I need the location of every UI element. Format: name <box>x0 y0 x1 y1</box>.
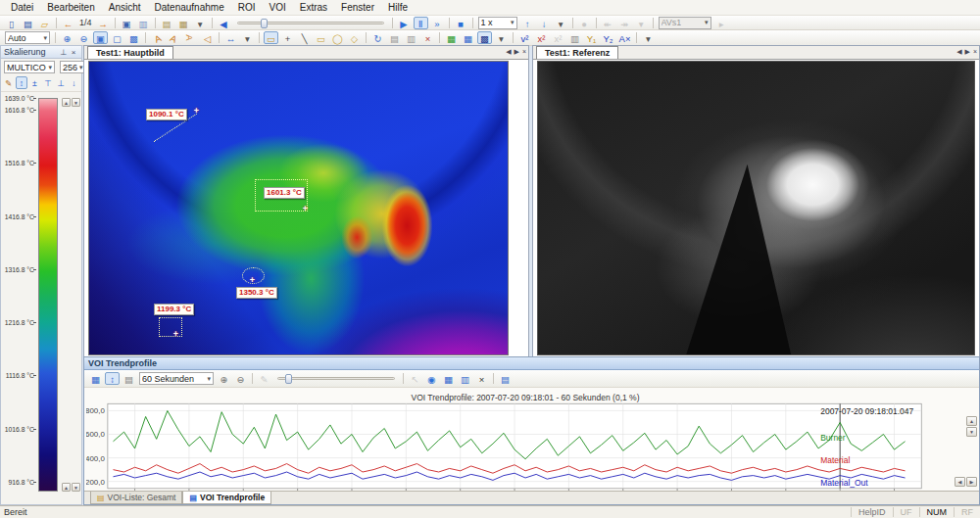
speed-combo[interactable]: 1 x▾ <box>478 17 517 29</box>
scale-max-spinner-up[interactable]: ▲ <box>62 98 71 107</box>
fit-window-icon[interactable]: ▣ <box>93 31 108 44</box>
flip-horizontal-icon[interactable]: A <box>184 30 197 45</box>
trend-pencil-icon[interactable]: ✎ <box>257 372 271 385</box>
roi-delete-icon[interactable]: × <box>420 31 435 44</box>
roi-line-icon[interactable]: ╲ <box>297 31 312 44</box>
playback-more-dropdown[interactable]: ▾ <box>554 17 568 29</box>
timeline-slider[interactable] <box>237 22 384 24</box>
tab-voi-liste[interactable]: ▤ VOI-Liste: Gesamt <box>90 492 182 504</box>
histogram-icon[interactable]: ▥ <box>567 31 582 44</box>
frame-down-icon[interactable]: ↓ <box>537 17 552 29</box>
thermal-image[interactable]: 1090.1 °C + 1601.3 °C + 1350.3 °C + 1199… <box>88 61 509 355</box>
frame-up-icon[interactable]: ↑ <box>520 17 535 29</box>
avs-apply-icon[interactable]: ▸ <box>714 17 729 29</box>
avs-combo[interactable]: AVs1▾ <box>659 17 711 29</box>
tab-referenz[interactable]: Test1: Referenz <box>536 46 618 59</box>
roi-temp-label[interactable]: 1090.1 °C <box>146 109 187 120</box>
view-more-dropdown[interactable]: ▾ <box>240 31 255 44</box>
scale-max-icon[interactable]: ⊤ <box>42 76 53 89</box>
roi-paste-icon[interactable]: ▥ <box>404 31 418 44</box>
trend-interval-combo[interactable]: 60 Sekunden▾ <box>139 372 214 385</box>
voi-edit-icon[interactable]: ▦ <box>461 31 475 44</box>
tab-next-icon[interactable]: ▶ <box>965 48 970 56</box>
menu-item-hilfe[interactable]: Hilfe <box>381 1 415 14</box>
roi-polygon-icon[interactable]: ◇ <box>347 31 362 44</box>
stop-icon[interactable]: ■ <box>454 17 468 29</box>
trend-print-icon[interactable]: ▤ <box>498 372 513 385</box>
roi-copy-icon[interactable]: ▤ <box>387 31 402 44</box>
new-document-icon[interactable]: ▯ <box>4 17 19 29</box>
roi-temp-label[interactable]: 1350.3 °C <box>236 287 277 299</box>
pan-icon[interactable]: ↔ <box>223 31 238 44</box>
fast-forward-icon[interactable]: » <box>430 17 445 29</box>
menu-item-ansicht[interactable]: Ansicht <box>102 1 148 14</box>
roi-temp-label[interactable]: 1601.3 °C <box>264 187 305 199</box>
scale-min-spinner-down[interactable]: ▼ <box>72 483 80 492</box>
menu-item-roi[interactable]: ROI <box>231 1 263 14</box>
menu-item-extras[interactable]: Extras <box>293 1 334 14</box>
roi-temp-label[interactable]: 1199.3 °C <box>154 304 194 315</box>
roi-rect-icon[interactable]: ▭ <box>314 31 328 44</box>
export-more-dropdown[interactable]: ▾ <box>193 17 208 29</box>
record-icon[interactable]: ● <box>577 17 592 29</box>
roi-ellipse-icon[interactable]: ◯ <box>330 31 345 44</box>
trend-zoom-out-icon[interactable]: ⊖ <box>233 372 248 385</box>
copy-icon[interactable]: ▥ <box>136 17 151 29</box>
trend-legend-Burner[interactable]: Burner <box>820 433 846 443</box>
chart-scroll-left[interactable]: ◀ <box>955 477 965 487</box>
scale-min-spinner-up[interactable]: ▲ <box>62 483 71 492</box>
roi-rotate-icon[interactable]: ↻ <box>370 31 385 44</box>
menu-item-voi[interactable]: VOI <box>262 1 292 14</box>
tab-hauptbild[interactable]: Test1: Hauptbild <box>87 46 173 59</box>
rotate-left-icon[interactable]: A <box>148 28 167 46</box>
trend-zoom-slider[interactable] <box>277 377 395 380</box>
marker-forward-icon[interactable]: ↠ <box>617 17 632 29</box>
close-icon[interactable]: × <box>973 48 977 56</box>
trend-legend-Material[interactable]: Material <box>820 455 850 465</box>
roi-select-icon[interactable]: ▭ <box>264 31 278 44</box>
rotate-right-icon[interactable]: A <box>165 28 183 46</box>
new-layout-icon[interactable]: ▤ <box>21 17 35 29</box>
fullscreen-icon[interactable]: ▩ <box>126 31 141 44</box>
pause-icon[interactable]: Ⅱ <box>414 17 428 29</box>
menu-item-bearbeiten[interactable]: Bearbeiten <box>40 1 101 14</box>
trend-chart[interactable]: -60-55-50-45-40-35-30-25-20-15-10-505101… <box>86 402 964 504</box>
menu-item-fenster[interactable]: Fenster <box>334 1 381 14</box>
tab-voi-trendprofile[interactable]: ▤ VOI Trendprofile <box>182 492 271 504</box>
menu-item-datenaufnahme[interactable]: Datenaufnahme <box>148 1 231 14</box>
voi-more-dropdown[interactable]: ▾ <box>494 31 509 44</box>
color-scale-gradient[interactable] <box>38 98 58 492</box>
pin-icon[interactable]: ⊥ <box>59 48 69 57</box>
profile-free-icon[interactable]: x² <box>551 31 565 44</box>
save-icon[interactable]: ▣ <box>120 17 134 29</box>
chart-scroll-right[interactable]: ▶ <box>966 477 977 487</box>
levels-combo[interactable]: 256 ▾ <box>60 61 86 73</box>
prev-frame-icon[interactable]: ← <box>61 17 75 29</box>
actual-size-icon[interactable]: ▢ <box>110 31 124 44</box>
voi-matrix-icon[interactable]: ▩ <box>477 31 492 44</box>
profile-horizontal-icon[interactable]: x² <box>534 31 549 44</box>
isotherm-y1-icon[interactable]: Y₁ <box>584 31 599 44</box>
trend-autoscale-icon[interactable]: ↕ <box>105 372 120 385</box>
trend-voi-icon[interactable]: ▦ <box>88 372 103 385</box>
zoom-in-icon[interactable]: ⊕ <box>60 31 74 44</box>
palette-edit-icon[interactable]: ✎ <box>3 76 14 89</box>
menu-item-datei[interactable]: Datei <box>4 1 40 14</box>
export-image-icon[interactable]: ▤ <box>160 17 174 29</box>
isotherm-y2-icon[interactable]: Y₂ <box>601 31 615 44</box>
export-report-icon[interactable]: ▦ <box>176 17 191 29</box>
chart-scroll-up[interactable]: ▲ <box>966 416 977 426</box>
roi-point-icon[interactable]: + <box>280 31 295 44</box>
trend-zoom-in-icon[interactable]: ⊕ <box>217 372 231 385</box>
marker-back-icon[interactable]: ↞ <box>601 17 615 29</box>
close-icon[interactable]: × <box>522 48 526 56</box>
marker-more-dropdown[interactable]: ▾ <box>634 17 649 29</box>
tab-prev-icon[interactable]: ◀ <box>506 48 511 56</box>
open-folder-icon[interactable]: ▱ <box>37 17 52 29</box>
play-icon[interactable]: ▶ <box>397 17 412 29</box>
audio-annotation-icon[interactable]: ◀ <box>217 17 231 29</box>
scale-min-icon[interactable]: ⊥ <box>55 76 66 89</box>
trend-delete-icon[interactable]: × <box>474 372 489 385</box>
scale-manual-icon[interactable]: ± <box>29 76 40 89</box>
trend-pointer-icon[interactable]: ↖ <box>408 372 422 385</box>
